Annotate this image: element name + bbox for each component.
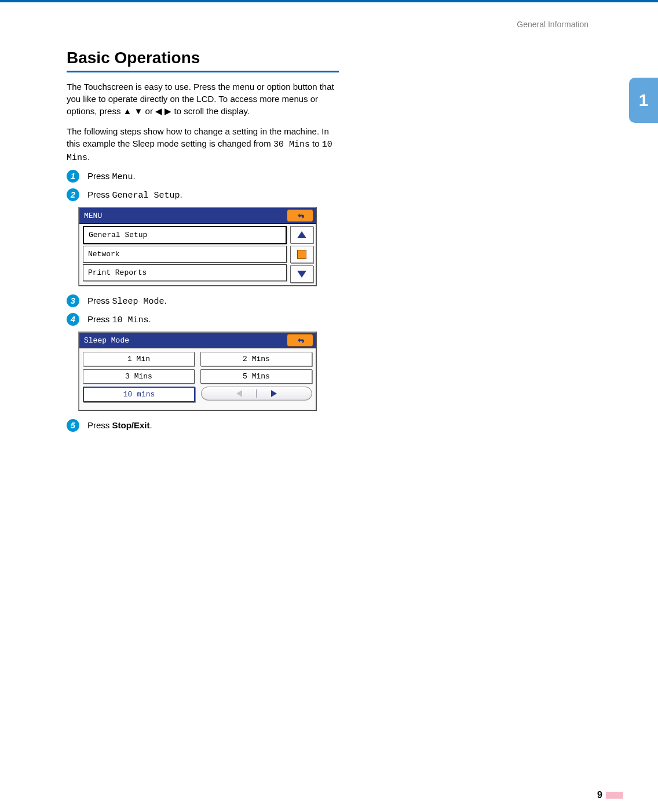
left-right-arrows: ◀ ▶ [155,106,171,116]
intro2-end: . [87,152,90,162]
up-down-arrows: ▲ ▼ [123,106,143,116]
pager-control[interactable] [201,387,312,400]
page-number: 9 [597,790,602,800]
intro2-from: 30 Mins [273,140,310,150]
step-post: . [164,296,167,305]
menu-item-general-setup[interactable]: General Setup [83,226,287,244]
lcd-menu-body: General Setup Network Print Reports [79,224,316,285]
step-3: 3 Press Sleep Mode. [67,294,339,307]
step-5: 5 Press Stop/Exit. [67,419,339,432]
stop-icon [297,250,306,259]
scroll-down-button[interactable] [290,265,313,283]
page-title: Basic Operations [67,49,339,72]
intro-paragraph-1: The Touchscreen is easy to use. Press th… [67,81,339,117]
step-cmd: 10 Mins [112,315,149,325]
step-post: . [150,420,152,430]
chapter-tab: 1 [629,78,658,123]
menu-item-print-reports[interactable]: Print Reports [83,264,287,281]
lcd-menu-header: MENU [79,208,316,224]
page: General Information 1 Basic Operations T… [0,2,658,812]
step-post: . [149,314,151,324]
lcd-sleep-header: Sleep Mode [79,333,316,348]
lcd-menu-title: MENU [84,212,102,220]
sleep-option-5mins[interactable]: 5 Mins [200,369,312,384]
content-column: Basic Operations The Touchscreen is easy… [67,49,339,438]
step-bold: Stop/Exit [112,420,150,430]
step-5-text: Press Stop/Exit. [87,419,152,430]
step-3-text: Press Sleep Mode. [87,294,167,307]
lcd-sleep-title: Sleep Mode [84,336,129,345]
step-number-badge: 4 [67,313,79,326]
scroll-stop-button[interactable] [290,246,313,263]
back-arrow-icon [296,213,304,219]
step-number-badge: 1 [67,170,79,183]
step-pre: Press [87,190,112,199]
sleep-row-1: 1 Min 2 Mins [83,352,312,366]
lcd-sleep-screen: Sleep Mode 1 Min 2 Mins 3 Mins 5 Mins [78,332,317,411]
step-cmd: General Setup [112,191,180,201]
step-number-badge: 5 [67,419,79,432]
scroll-column [290,224,316,285]
page-footer: 9 [597,790,623,800]
step-post: . [133,171,136,181]
sleep-option-1min[interactable]: 1 Min [83,352,195,366]
intro-text-end: to scroll the display. [171,106,250,116]
sleep-option-2mins[interactable]: 2 Mins [200,352,312,366]
step-post: . [180,190,182,199]
pager-separator [256,389,257,398]
menu-item-network[interactable]: Network [83,246,287,263]
step-1-text: Press Menu. [87,170,136,182]
footer-accent-bar [606,792,623,799]
step-2-text: Press General Setup. [87,188,182,201]
sleep-option-3mins[interactable]: 3 Mins [83,369,195,384]
chevron-down-icon [297,271,306,278]
step-pre: Press [87,171,112,181]
step-number-badge: 2 [67,188,79,201]
step-1: 1 Press Menu. [67,170,339,183]
lcd-sleep-body: 1 Min 2 Mins 3 Mins 5 Mins 10 mins [79,348,316,410]
back-button[interactable] [287,334,313,347]
chevron-up-icon [297,231,306,238]
back-button[interactable] [287,209,313,222]
sleep-row-3: 10 mins [83,387,312,402]
step-pre: Press [87,420,112,430]
intro-or: or [142,106,155,116]
lcd-menu-screen: MENU General Setup Network Print Reports [78,207,317,286]
back-arrow-icon [296,337,304,343]
intro-paragraph-2: The following steps show how to change a… [67,125,339,164]
step-cmd: Menu [112,172,133,182]
scroll-up-button[interactable] [290,226,313,243]
menu-items-list: General Setup Network Print Reports [79,224,290,285]
step-cmd: Sleep Mode [112,297,164,307]
step-number-badge: 3 [67,294,79,307]
step-pre: Press [87,296,112,305]
intro2-to-word: to [310,139,322,148]
pager-right-icon [271,390,277,397]
pager-left-icon [236,390,242,397]
header-section-label: General Information [517,20,588,29]
step-2: 2 Press General Setup. [67,188,339,201]
step-4-text: Press 10 Mins. [87,313,151,325]
step-4: 4 Press 10 Mins. [67,313,339,326]
sleep-option-10mins[interactable]: 10 mins [83,387,195,402]
sleep-row-2: 3 Mins 5 Mins [83,369,312,384]
step-pre: Press [87,314,112,324]
